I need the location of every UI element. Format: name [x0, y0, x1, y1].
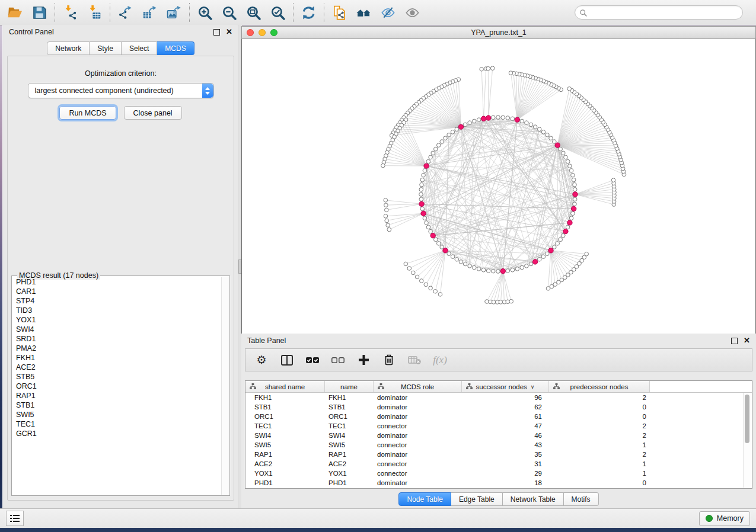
- mcds-node-item[interactable]: YOX1: [12, 315, 222, 325]
- toolbar-group-zoom: [190, 5, 293, 20]
- column-header-successor-nodes[interactable]: successor nodes∨: [462, 381, 549, 392]
- tab-motifs[interactable]: Motifs: [564, 492, 599, 506]
- table-row[interactable]: ORC1ORC1dominator610: [245, 412, 752, 421]
- mcds-node-item[interactable]: STB5: [12, 372, 222, 382]
- table-row[interactable]: YOX1YOX1connector291: [245, 469, 752, 478]
- clone-network-icon[interactable]: [332, 5, 347, 20]
- mcds-tab-content: Optimization criterion: largest connecte…: [7, 56, 234, 501]
- memory-button[interactable]: Memory: [699, 511, 750, 526]
- deselect-all-checkboxes-icon[interactable]: [331, 354, 344, 367]
- zoom-out-icon[interactable]: [222, 5, 237, 20]
- search-input[interactable]: [590, 8, 738, 17]
- sort-desc-icon: ∨: [531, 384, 535, 390]
- mcds-node-item[interactable]: TID3: [12, 306, 222, 315]
- export-table-icon[interactable]: [142, 5, 157, 20]
- hide-selected-icon[interactable]: [381, 5, 395, 20]
- float-table-panel-icon[interactable]: [731, 338, 738, 344]
- table-row[interactable]: STB1STB1dominator620: [245, 402, 752, 412]
- table-row[interactable]: TEC1TEC1connector472: [245, 421, 752, 431]
- refresh-view-icon[interactable]: [301, 5, 316, 20]
- cell-successor-nodes: 18: [462, 479, 549, 486]
- show-hidden-icon[interactable]: [405, 5, 420, 20]
- import-network-icon[interactable]: [63, 5, 78, 20]
- mcds-node-item[interactable]: SWI5: [12, 410, 222, 419]
- mcds-node-item[interactable]: TEC1: [12, 419, 222, 429]
- add-column-icon[interactable]: [357, 354, 370, 367]
- column-type-icon: [466, 383, 473, 390]
- column-header-shared-name[interactable]: shared name: [245, 381, 325, 392]
- open-session-icon[interactable]: [8, 5, 23, 20]
- tab-style[interactable]: Style: [90, 41, 122, 55]
- mcds-node-item[interactable]: STP4: [12, 296, 222, 306]
- column-header-name[interactable]: name: [325, 381, 374, 392]
- mcds-list-scrollbar[interactable]: [221, 277, 229, 495]
- zoom-in-icon[interactable]: [197, 5, 212, 20]
- zoom-selected-icon[interactable]: [270, 5, 285, 20]
- cell-shared-name: ORC1: [245, 413, 325, 420]
- mcds-node-item[interactable]: SWI4: [12, 325, 222, 334]
- mcds-node-item[interactable]: PMA2: [12, 344, 222, 353]
- cell-successor-nodes: 96: [462, 394, 549, 401]
- cell-name: ORC1: [325, 413, 374, 420]
- export-network-icon[interactable]: [118, 5, 133, 20]
- zoom-fit-icon[interactable]: [246, 5, 261, 20]
- table-row[interactable]: RAP1RAP1dominator352: [245, 450, 752, 459]
- save-session-icon[interactable]: [32, 5, 47, 20]
- tab-network[interactable]: Network: [47, 41, 90, 55]
- node-table[interactable]: shared namenameMCDS rolesuccessor nodes∨…: [245, 380, 752, 489]
- network-graph[interactable]: [242, 39, 755, 332]
- mcds-node-item[interactable]: SRD1: [12, 334, 222, 344]
- cell-MCDS-role: dominator: [374, 413, 462, 420]
- control-panel-title: Control Panel: [9, 28, 54, 36]
- select-all-checkboxes-icon[interactable]: [306, 354, 319, 367]
- close-panel-button[interactable]: Close panel: [124, 106, 182, 120]
- mcds-node-item[interactable]: FKH1: [12, 353, 222, 363]
- mcds-result-list[interactable]: PHD1CAR1STP4TID3YOX1SWI4SRD1PMA2FKH1ACE2…: [12, 277, 222, 495]
- cell-MCDS-role: dominator: [374, 451, 462, 458]
- cell-shared-name: STB1: [245, 403, 325, 411]
- cell-predecessor-nodes: 2: [549, 394, 650, 401]
- close-table-panel-icon[interactable]: ✕: [744, 338, 750, 344]
- table-row[interactable]: SWI5SWI5connector431: [245, 440, 752, 450]
- tab-mcds[interactable]: MCDS: [157, 41, 194, 55]
- tab-select[interactable]: Select: [122, 41, 157, 55]
- table-row[interactable]: PHD1PHD1dominator180: [245, 478, 752, 488]
- show-all-icon[interactable]: [356, 5, 371, 20]
- cell-name: RAP1: [325, 451, 374, 458]
- column-layout-icon[interactable]: [280, 354, 294, 367]
- run-mcds-button[interactable]: Run MCDS: [59, 106, 116, 120]
- mcds-node-item[interactable]: PHD1: [12, 277, 222, 287]
- float-panel-icon[interactable]: [213, 29, 220, 36]
- cell-successor-nodes: 29: [462, 470, 549, 477]
- mcds-node-item[interactable]: STB1: [12, 400, 222, 410]
- column-header-predecessor-nodes[interactable]: predecessor nodes: [549, 381, 650, 392]
- table-row[interactable]: FKH1FKH1dominator962: [245, 393, 752, 402]
- table-row[interactable]: SWI4SWI4dominator462: [245, 431, 752, 440]
- cell-MCDS-role: connector: [374, 460, 462, 467]
- table-row[interactable]: ACE2ACE2connector311: [245, 459, 752, 469]
- table-scrollbar[interactable]: [743, 393, 751, 488]
- mcds-node-item[interactable]: ACE2: [12, 363, 222, 372]
- column-header-MCDS-role[interactable]: MCDS role: [374, 381, 462, 392]
- column-label: name: [340, 383, 358, 390]
- settings-gear-icon[interactable]: ⚙: [255, 354, 268, 367]
- table-scrollbar-thumb[interactable]: [745, 395, 749, 443]
- network-view[interactable]: [241, 39, 756, 334]
- optimization-criterion-dropdown[interactable]: largest connected component (undirected): [28, 83, 214, 98]
- mcds-node-item[interactable]: ORC1: [12, 382, 222, 391]
- tab-node-table[interactable]: Node Table: [398, 492, 451, 506]
- mcds-result-group: MCDS result (17 nodes) PHD1CAR1STP4TID3Y…: [11, 275, 230, 496]
- cell-predecessor-nodes: 1: [549, 470, 650, 477]
- import-table-icon[interactable]: [87, 5, 102, 20]
- mcds-node-item[interactable]: GCR1: [12, 429, 222, 438]
- tab-edge-table[interactable]: Edge Table: [451, 492, 503, 506]
- delete-column-icon[interactable]: [382, 354, 395, 367]
- task-history-button[interactable]: [6, 511, 24, 526]
- export-image-icon[interactable]: [167, 5, 181, 20]
- search-box[interactable]: [575, 5, 743, 20]
- close-panel-icon[interactable]: ✕: [226, 29, 232, 35]
- mcds-node-item[interactable]: RAP1: [12, 391, 222, 400]
- cell-name: STB1: [325, 403, 374, 411]
- tab-network-table[interactable]: Network Table: [503, 492, 564, 506]
- mcds-node-item[interactable]: CAR1: [12, 287, 222, 296]
